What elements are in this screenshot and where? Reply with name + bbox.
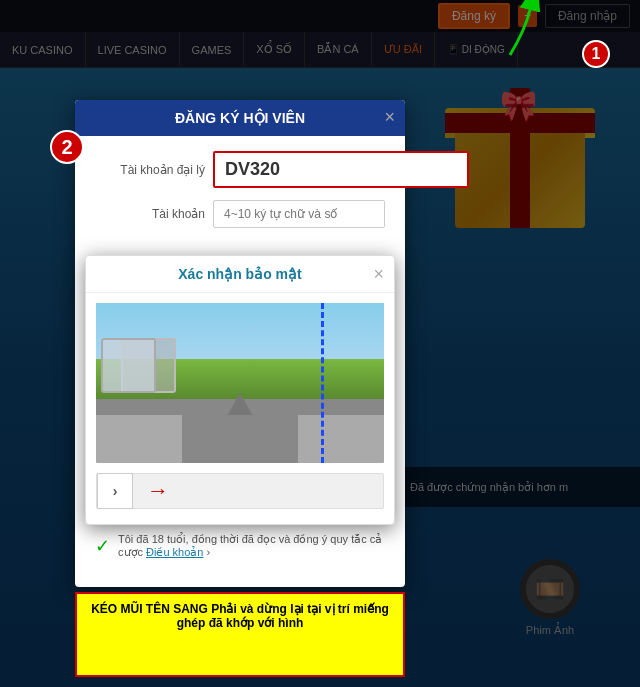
captcha-landscape bbox=[96, 303, 384, 463]
modal-register-header: ĐĂNG KÝ HỘI VIÊN × bbox=[75, 100, 405, 136]
account-label: Tài khoản bbox=[95, 207, 205, 221]
terms-text: Tôi đã 18 tuổi, đồng thời đã đọc và đồng… bbox=[118, 533, 385, 559]
captcha-puzzle-piece[interactable] bbox=[101, 338, 156, 393]
captcha-close[interactable]: × bbox=[373, 264, 384, 285]
modal-register: ĐĂNG KÝ HỘI VIÊN × Tài khoản đại lý Tài … bbox=[75, 100, 405, 587]
captcha-slider-button[interactable]: › bbox=[97, 473, 133, 509]
checkbox-row: ✓ Tôi đã 18 tuổi, đồng thời đã đọc và đồ… bbox=[75, 525, 405, 567]
captcha-slider-arrow-icon: › bbox=[113, 483, 118, 499]
agent-form-row: Tài khoản đại lý bbox=[95, 151, 385, 188]
modal-register-body: Tài khoản đại lý Tài khoản bbox=[75, 136, 405, 255]
captcha-dashed-line bbox=[321, 303, 324, 463]
captcha-slider-area[interactable]: › → bbox=[96, 473, 384, 509]
captcha-image-area bbox=[96, 303, 384, 463]
captcha-header: Xác nhận bảo mật × bbox=[86, 256, 394, 293]
captcha-road-base bbox=[182, 415, 297, 463]
agent-input[interactable] bbox=[213, 151, 469, 188]
modal-captcha: Xác nhận bảo mật × › bbox=[85, 255, 395, 525]
modal-register-title: ĐĂNG KÝ HỘI VIÊN bbox=[175, 110, 305, 126]
terms-link[interactable]: Điều khoản bbox=[146, 546, 203, 558]
check-icon: ✓ bbox=[95, 535, 110, 557]
captcha-slider-big-arrow: → bbox=[147, 478, 169, 504]
instruction-text: KÉO MŨI TÊN SANG Phải và dừng lại tại vị… bbox=[91, 602, 389, 630]
modal-register-close[interactable]: × bbox=[384, 108, 395, 126]
instruction-bar: KÉO MŨI TÊN SANG Phải và dừng lại tại vị… bbox=[75, 592, 405, 677]
account-input[interactable] bbox=[213, 200, 385, 228]
account-form-row: Tài khoản bbox=[95, 200, 385, 228]
annotation-badge-1: 1 bbox=[582, 40, 610, 68]
agent-label: Tài khoản đại lý bbox=[95, 163, 205, 177]
annotation-badge-2: 2 bbox=[50, 130, 84, 164]
captcha-title: Xác nhận bảo mật bbox=[178, 266, 301, 282]
